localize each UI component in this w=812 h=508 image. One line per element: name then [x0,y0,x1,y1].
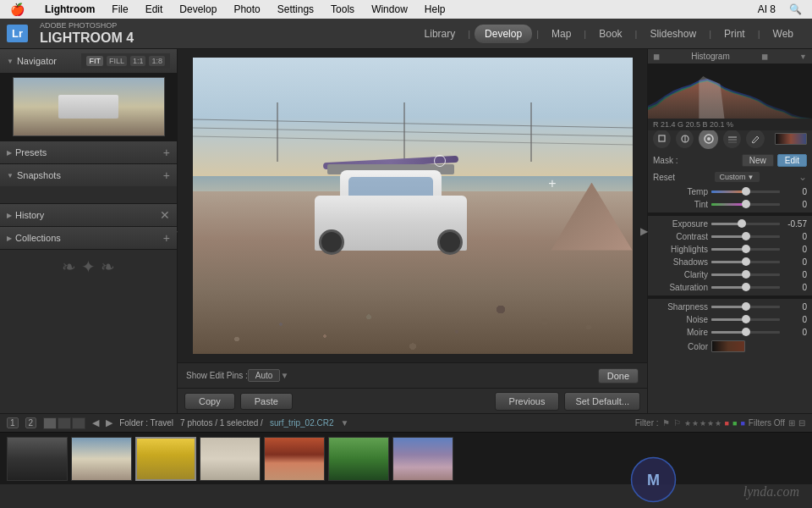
view-grid[interactable] [43,417,57,429]
nav-slideshow[interactable]: Slideshow [641,25,705,43]
auto-dropdown[interactable]: Auto [248,369,281,382]
set-default-button[interactable]: Set Default... [564,392,640,411]
crop-tool[interactable] [653,130,671,148]
snapshots-add-icon[interactable]: + [163,168,170,182]
car-suv [306,157,475,251]
done-button[interactable]: Done [598,368,639,384]
hist-clip-shadow[interactable]: ◼ [653,52,660,61]
star-3[interactable]: ★ [700,419,706,428]
star-4[interactable]: ★ [707,419,714,428]
snapshots-label: Snapshots [17,170,163,180]
star-1[interactable]: ★ [684,419,691,428]
contrast-slider[interactable] [711,235,780,238]
film-thumb-6[interactable] [328,437,389,481]
nav-web[interactable]: Web [765,25,802,43]
nav-prev-arrow[interactable]: ◀ [92,417,99,428]
reset-label[interactable]: Reset [653,173,675,182]
filter-collapse[interactable]: ⊟ [798,418,805,428]
tint-slider[interactable] [711,203,780,206]
radial-filter-tool[interactable] [699,129,718,149]
film-thumb-3[interactable] [135,437,196,481]
collections-label: Collections [15,233,163,243]
hist-clip-high[interactable]: ◼ [761,52,768,61]
sharpness-slider[interactable] [711,306,780,308]
mask-crosshair[interactable] [434,155,446,167]
temp-slider[interactable] [711,190,780,193]
app-menu-lightroom[interactable]: Lightroom [41,3,98,15]
apple-icon[interactable]: 🍎 [7,3,28,16]
menu-photo[interactable]: Photo [230,3,263,15]
histogram-label: Histogram [691,52,730,61]
color-green[interactable]: ■ [732,419,737,428]
nav-develop[interactable]: Develop [475,25,532,43]
collections-add-icon[interactable]: + [163,231,170,245]
view-dual[interactable]: 2 [25,417,37,428]
star-2[interactable]: ★ [692,419,699,428]
shadows-label: Shadows [653,257,708,267]
film-thumb-7[interactable] [392,437,453,481]
nav-fill[interactable]: FILL [107,56,127,66]
brush-tool[interactable] [746,130,764,148]
color-range-swatch[interactable] [775,133,807,145]
color-swatch[interactable] [711,340,745,352]
clarity-slider[interactable] [711,273,780,276]
color-red[interactable]: ■ [725,419,729,428]
film-thumb-2[interactable] [71,437,132,481]
nav-zoom[interactable]: 1:8 [149,56,165,66]
nav-map[interactable]: Map [543,25,579,43]
film-thumb-5[interactable] [264,437,325,481]
noise-slider[interactable] [711,318,780,321]
nav-1to1[interactable]: 1:1 [130,56,146,66]
nav-print[interactable]: Print [716,25,754,43]
previous-button[interactable]: Previous [495,392,560,411]
mask-edit-button[interactable]: Edit [777,154,807,167]
film-thumb-4[interactable] [200,437,261,481]
navigator-label: Navigator [17,56,82,66]
menu-settings[interactable]: Settings [274,3,317,15]
menu-tools[interactable]: Tools [327,3,358,15]
nav-library[interactable]: Library [416,25,464,43]
flag-icon[interactable]: ⚑ [662,418,670,428]
copy-button[interactable]: Copy [184,393,235,410]
menu-window[interactable]: Window [368,3,411,15]
view-loupe[interactable] [58,417,71,429]
filename-dropdown[interactable]: ▼ [340,418,348,428]
paste-button[interactable]: Paste [240,393,293,410]
svg-rect-10 [659,135,665,141]
history-close-icon[interactable]: ✕ [160,208,170,222]
grad-filter-tool[interactable] [723,130,741,148]
nav-fit[interactable]: FIT [86,56,103,66]
navigator-header[interactable]: ▼ Navigator FIT FILL 1:1 1:8 [0,49,177,73]
exposure-slider[interactable] [711,223,780,225]
history-header[interactable]: ▶ History ✕ [0,204,177,226]
highlights-slider[interactable] [711,248,780,251]
collections-header[interactable]: ▶ Collections + [0,227,177,249]
nav-book[interactable]: Book [590,25,630,43]
presets-add-icon[interactable]: + [163,146,170,159]
spot-heal-tool[interactable] [676,130,694,148]
film-thumb-1[interactable] [7,437,68,481]
menu-file[interactable]: File [108,3,131,15]
presets-header[interactable]: ▶ Presets + [0,141,177,163]
view-compare[interactable] [72,417,85,429]
right-panel-toggle[interactable]: ▶ [640,225,648,237]
saturation-slider[interactable] [711,286,780,289]
search-icon[interactable]: 🔍 [786,3,805,15]
menu-help[interactable]: Help [421,3,449,15]
menu-develop[interactable]: Develop [176,3,220,15]
reset-chevron[interactable]: ⌄ [798,171,807,183]
custom-badge[interactable]: Custom ▼ [715,172,760,182]
mask-new-button[interactable]: New [742,154,774,167]
main-image-container[interactable]: + [178,49,647,362]
view-single[interactable]: 1 [7,417,19,428]
color-blue[interactable]: ■ [740,419,744,428]
filter-expand[interactable]: ⊞ [788,418,795,428]
menu-edit[interactable]: Edit [142,3,167,15]
moire-slider[interactable] [711,331,780,334]
histogram-menu-icon[interactable]: ▼ [799,52,807,61]
nav-next-arrow[interactable]: ▶ [106,417,112,428]
star-5[interactable]: ★ [715,419,721,428]
flag-reject-icon[interactable]: ⚐ [673,418,681,428]
snapshots-header[interactable]: ▼ Snapshots + [0,164,177,186]
shadows-slider[interactable] [711,261,780,263]
